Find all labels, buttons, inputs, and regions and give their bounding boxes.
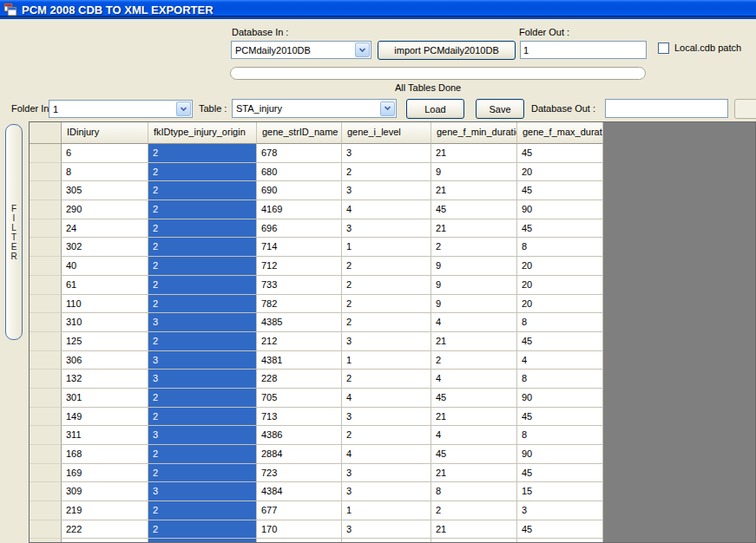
chevron-down-icon[interactable] bbox=[176, 101, 191, 116]
grid-cell[interactable]: 24 bbox=[62, 219, 148, 239]
grid-cell[interactable]: 713 bbox=[257, 408, 342, 427]
row-header-cell[interactable] bbox=[30, 276, 62, 295]
grid-cell[interactable]: 2 bbox=[342, 370, 431, 389]
row-header-cell[interactable] bbox=[30, 445, 62, 464]
grid-cell[interactable]: 8 bbox=[62, 163, 148, 182]
row-header-cell[interactable] bbox=[30, 238, 62, 257]
grid-cell[interactable]: 2 bbox=[342, 257, 431, 276]
row-header-cell[interactable] bbox=[30, 539, 62, 543]
grid-cell[interactable]: 2 bbox=[148, 520, 257, 540]
grid-cell[interactable]: 20 bbox=[517, 163, 603, 182]
row-header-cell[interactable] bbox=[30, 426, 62, 445]
row-header-cell[interactable] bbox=[30, 389, 62, 408]
grid-cell[interactable]: 61 bbox=[62, 276, 148, 295]
grid-cell[interactable]: 20 bbox=[517, 257, 603, 276]
grid-cell[interactable]: 2 bbox=[148, 219, 257, 239]
column-header-fkidtype-injury-origin[interactable]: fkIDtype_injury_origin bbox=[148, 122, 257, 144]
grid-cell[interactable]: 222 bbox=[62, 520, 148, 540]
grid-cell[interactable]: 45 bbox=[431, 200, 517, 219]
grid-cell[interactable]: 8 bbox=[517, 313, 603, 332]
grid-cell[interactable] bbox=[62, 539, 148, 543]
grid-cell[interactable]: 45 bbox=[431, 445, 517, 464]
grid-cell[interactable]: 310 bbox=[62, 313, 148, 332]
row-header-cell[interactable] bbox=[30, 464, 62, 483]
grid-cell[interactable]: 2 bbox=[148, 276, 257, 295]
grid-cell[interactable]: 45 bbox=[517, 144, 603, 163]
row-header-cell[interactable] bbox=[30, 501, 62, 520]
grid-cell[interactable]: 4 bbox=[342, 389, 431, 408]
row-header-cell[interactable] bbox=[30, 257, 62, 276]
row-header-cell[interactable] bbox=[30, 332, 62, 351]
row-header-cell[interactable] bbox=[30, 351, 62, 370]
row-header-cell[interactable] bbox=[30, 163, 62, 182]
grid-cell[interactable]: 712 bbox=[257, 257, 342, 276]
grid-cell[interactable]: 45 bbox=[431, 389, 517, 408]
grid-cell[interactable]: 3 bbox=[148, 313, 257, 332]
grid-cell[interactable]: 4 bbox=[431, 426, 517, 445]
grid-cell[interactable]: 306 bbox=[62, 351, 148, 370]
grid-cell[interactable]: 21 bbox=[431, 464, 517, 483]
grid-cell[interactable]: 4 bbox=[342, 445, 431, 464]
grid-cell[interactable]: 45 bbox=[517, 219, 603, 239]
grid-cell[interactable]: 21 bbox=[431, 332, 517, 351]
chevron-down-icon[interactable] bbox=[380, 101, 395, 116]
grid-cell[interactable]: 3 bbox=[148, 426, 257, 445]
grid-cell[interactable]: 21 bbox=[431, 181, 517, 200]
grid-cell[interactable]: 90 bbox=[517, 389, 603, 408]
grid-cell[interactable]: 301 bbox=[62, 389, 148, 408]
grid-cell[interactable]: 9 bbox=[431, 257, 517, 276]
grid-cell[interactable]: 2 bbox=[148, 501, 257, 520]
grid-cell[interactable]: 309 bbox=[62, 482, 148, 501]
row-header-cell[interactable] bbox=[30, 482, 62, 501]
grid-cell[interactable]: 6 bbox=[62, 144, 148, 163]
grid-cell[interactable]: 1 bbox=[342, 238, 431, 257]
grid-cell[interactable]: 3 bbox=[148, 370, 257, 389]
grid-cell[interactable]: 2 bbox=[148, 257, 257, 276]
grid-cell[interactable]: 690 bbox=[257, 181, 342, 200]
grid-cell[interactable]: 21 bbox=[431, 408, 517, 427]
table-select[interactable]: STA_injury bbox=[232, 99, 397, 118]
grid-cell[interactable]: 305 bbox=[62, 181, 148, 200]
grid-cell[interactable]: 2 bbox=[148, 181, 257, 200]
grid-cell[interactable]: 2 bbox=[148, 144, 257, 163]
grid-cell[interactable]: 4386 bbox=[257, 426, 342, 445]
grid-cell[interactable]: 3 bbox=[342, 408, 431, 427]
grid-cell[interactable]: 4 bbox=[517, 351, 603, 370]
save-button[interactable]: Save bbox=[476, 99, 524, 119]
grid-cell[interactable] bbox=[517, 539, 603, 543]
row-header-cell[interactable] bbox=[30, 181, 62, 200]
grid-cell[interactable]: 45 bbox=[517, 520, 603, 540]
grid-cell[interactable]: 4381 bbox=[257, 351, 342, 370]
local-cdb-patch-checkbox[interactable] bbox=[658, 43, 669, 54]
grid-cell[interactable]: 4 bbox=[342, 200, 431, 219]
grid-cell[interactable]: 302 bbox=[62, 238, 148, 257]
grid-cell[interactable]: 21 bbox=[431, 144, 517, 163]
grid-cell[interactable]: 9 bbox=[431, 163, 517, 182]
grid-cell[interactable]: 723 bbox=[257, 464, 342, 483]
grid-cell[interactable]: 45 bbox=[517, 408, 603, 427]
grid-cell[interactable]: 2 bbox=[342, 276, 431, 295]
grid-cell[interactable]: 8 bbox=[517, 426, 603, 445]
grid-cell[interactable]: 3 bbox=[517, 501, 603, 520]
grid-cell[interactable]: 714 bbox=[257, 238, 342, 257]
grid-cell[interactable]: 677 bbox=[257, 501, 342, 520]
grid-cell[interactable]: 1 bbox=[342, 351, 431, 370]
grid-cell[interactable]: 782 bbox=[257, 295, 342, 314]
column-header-gene-f-max-duration[interactable]: gene_f_max_durati bbox=[517, 122, 603, 144]
grid-cell[interactable]: 219 bbox=[62, 501, 148, 520]
grid-cell[interactable]: 2 bbox=[431, 238, 517, 257]
grid-cell[interactable] bbox=[342, 539, 431, 543]
grid-cell[interactable]: 8 bbox=[517, 370, 603, 389]
grid-cell[interactable]: 4385 bbox=[257, 313, 342, 332]
grid-cell[interactable]: 2 bbox=[342, 163, 431, 182]
grid-cell[interactable]: 40 bbox=[62, 257, 148, 276]
grid-cell[interactable]: 2 bbox=[148, 238, 257, 257]
column-header-gene-strid-name[interactable]: gene_strID_name bbox=[257, 122, 342, 144]
grid-cell[interactable]: 4169 bbox=[257, 200, 342, 219]
grid-cell[interactable]: 90 bbox=[517, 445, 603, 464]
grid-cell[interactable]: 125 bbox=[62, 332, 148, 351]
grid-cell[interactable]: 212 bbox=[257, 332, 342, 351]
grid-cell[interactable]: 8 bbox=[431, 482, 517, 501]
grid-cell[interactable]: 2 bbox=[148, 445, 257, 464]
grid-cell[interactable]: 2 bbox=[342, 313, 431, 332]
